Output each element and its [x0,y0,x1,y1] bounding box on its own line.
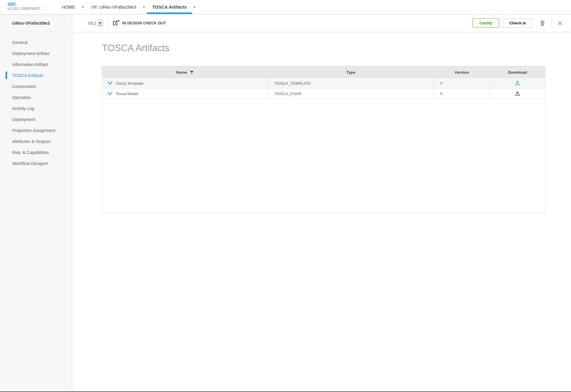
download-icon[interactable] [514,80,520,86]
active-item-indicator [6,72,7,79]
checkout-edit-icon [112,20,120,26]
sidebar-item-label: General [12,40,28,45]
sidebar-item-label: Attributes & Outputs [12,139,51,144]
sidebar-item-label: Deployment Artifact [12,51,50,56]
sdc-logo-version: v.1.16.1-SNAPSHOT [7,7,57,11]
sidebar-item-deployment[interactable]: Deployment [0,114,72,125]
sidebar: General Deployment Artifact Information … [0,32,72,391]
version-label: V0.1 [88,21,97,26]
page-body: General Deployment Artifact Information … [0,32,571,391]
breadcrumb-arrow-icon [82,6,84,8]
top-navigation: SDC v.1.16.1-SNAPSHOT HOME VF: ciRes-VFa… [0,0,571,14]
page-title: TOSCA Artifacts [102,43,571,53]
column-header-download[interactable]: Download [490,66,545,78]
sidebar-item-tosca-artifacts[interactable]: TOSCA Artifacts [0,70,72,81]
download-icon[interactable] [514,91,520,97]
sidebar-item-label: Activity Log [12,106,34,111]
artifact-version: 0 [440,92,443,96]
tosca-artifacts-table: Name Type Version Download [102,66,545,213]
version-select-spinner[interactable] [98,20,103,26]
chevron-down-icon[interactable] [107,92,112,96]
close-icon[interactable] [556,20,564,27]
toolbar: V0.1 IN DESIGN CHECK OUT Certify Check i… [72,14,571,32]
sidebar-item-composition[interactable]: Composition [0,81,72,92]
chevron-down-icon[interactable] [107,81,112,85]
sdc-logo-title: SDC [7,2,57,7]
artifact-type: TOSCA_TEMPLATE [274,81,311,86]
delete-icon[interactable] [538,19,547,28]
artifact-name: Tosca Model [116,92,138,96]
toolbar-strip: ciRes-VFafec09e3 V0.1 IN DESIGN CHECK OU… [0,14,571,32]
artifact-type: TOSCA_CSAR [274,92,301,96]
certify-button[interactable]: Certify [473,18,499,28]
column-header-type[interactable]: Type [268,66,434,78]
sidebar-item-workflow-designer[interactable]: Workflow Designer [0,158,72,169]
column-header-label: Version [454,70,469,75]
table-header-row: Name Type Version Download [102,66,545,78]
sidebar-item-label: TOSCA Artifacts [12,73,43,78]
sidebar-item-label: Information Artifact [12,62,48,67]
toolbar-divider [551,18,552,28]
tab-tosca-artifacts[interactable]: TOSCA Artifacts [147,0,192,14]
sidebar-item-properties-assignment[interactable]: Properties Assignment [0,125,72,136]
column-header-label: Download [508,70,527,75]
sidebar-item-label: Properties Assignment [12,128,55,133]
column-header-label: Name [176,70,187,75]
tab-vf-cires[interactable]: VF: ciRes-VFafec09e3 [86,0,142,14]
artifact-version: 0 [440,81,443,86]
table-row-tosca-template[interactable]: Tosca Template TOSCA_TEMPLATE 0 [102,78,545,89]
lifecycle-status: IN DESIGN CHECK OUT [122,21,166,25]
toolbar-divider [107,18,108,28]
sidebar-item-activity-log[interactable]: Activity Log [0,103,72,114]
sidebar-item-attributes-outputs[interactable]: Attributes & Outputs [0,136,72,147]
sort-icon[interactable] [189,70,194,74]
table-row-tosca-model[interactable]: Tosca Model TOSCA_CSAR 0 [102,89,545,99]
column-header-name[interactable]: Name [102,66,268,78]
artifact-name: Tosca Template [116,81,144,86]
sidebar-item-operation[interactable]: Operation [0,92,72,103]
sidebar-item-label: Deployment [12,117,35,122]
sidebar-item-label: Operation [12,95,31,100]
column-header-label: Type [346,70,356,75]
main-content: TOSCA Artifacts Name Type Version [72,32,571,391]
sidebar-item-information-artifact[interactable]: Information Artifact [0,59,72,70]
sidebar-item-label: Workflow Designer [12,161,48,166]
sidebar-item-label: Req. & Capabilities [12,150,49,155]
resource-header: ciRes-VFafec09e3 [0,14,72,32]
sidebar-item-req-capabilities[interactable]: Req. & Capabilities [0,147,72,158]
column-header-version[interactable]: Version [434,66,490,78]
sdc-logo: SDC v.1.16.1-SNAPSHOT [0,0,57,14]
check-in-button[interactable]: Check in [503,18,533,28]
sidebar-item-general[interactable]: General [0,37,72,48]
tab-home[interactable]: HOME [57,0,81,14]
resource-name: ciRes-VFafec09e3 [12,21,50,26]
sidebar-item-label: Composition [12,84,36,89]
breadcrumb: HOME VF: ciRes-VFafec09e3 TOSCA Artifact… [57,0,197,14]
breadcrumb-arrow-icon [143,6,145,8]
sidebar-item-deployment-artifact[interactable]: Deployment Artifact [0,48,72,59]
breadcrumb-arrow-icon [194,6,196,8]
